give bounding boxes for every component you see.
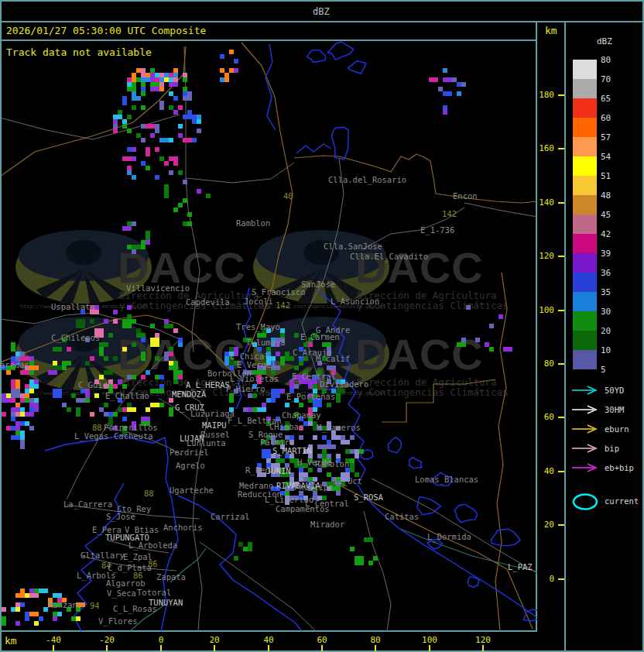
legend-title: dBZ bbox=[597, 37, 612, 46]
map-label-layer: Clla.del_RosarioEncon142E_1-736Ramblon40… bbox=[2, 40, 537, 631]
y-axis-tick-label: 60 bbox=[537, 413, 554, 421]
map-place-label: M_calif bbox=[316, 355, 350, 363]
map-place-label: 12_Oct bbox=[333, 477, 362, 486]
map-place-label: Ugarteche bbox=[170, 486, 214, 495]
frame-top bbox=[0, 0, 644, 2]
eburn-arrow-icon bbox=[570, 424, 600, 434]
map-place-label: L_Vegas bbox=[74, 432, 108, 441]
dbz-scale-swatch bbox=[573, 79, 597, 98]
dbz-scale-swatch bbox=[573, 118, 597, 137]
x-axis-tick-label: -20 bbox=[91, 636, 122, 644]
dbz-scale-value: 48 bbox=[601, 191, 611, 200]
dbz-scale-value: 51 bbox=[601, 172, 611, 180]
y-axis-tick-label: 120 bbox=[537, 252, 554, 260]
legend-sidebar: dBZ 807065605754514845423936353020105 50… bbox=[566, 0, 642, 652]
legend-marker-label: current bbox=[605, 497, 639, 506]
track-warning: Track data not available bbox=[6, 47, 152, 57]
dbz-scale-value: 39 bbox=[601, 249, 611, 258]
map-place-label: C_L_Rosas bbox=[113, 605, 157, 613]
map-place-label: Carrizal bbox=[211, 513, 250, 521]
map-place-label: P_Hierro bbox=[226, 385, 265, 393]
map-place-label: E_Carmen bbox=[300, 333, 340, 341]
x-axis-tick bbox=[375, 645, 376, 651]
dbz-scale-value: 54 bbox=[601, 153, 611, 161]
dbz-scale-swatch bbox=[573, 253, 597, 273]
map-place-label: E_Vergel bbox=[237, 361, 276, 369]
map-place-label: L_Dormida bbox=[427, 533, 471, 541]
map-place-label: L_Violetas bbox=[230, 375, 279, 383]
map-place-label: Medrano bbox=[239, 482, 273, 490]
x-axis-unit: km bbox=[5, 636, 17, 646]
x-axis-tick-label: 20 bbox=[199, 636, 230, 644]
y-axis-tick bbox=[558, 202, 564, 204]
legend-marker-label: 50YD bbox=[605, 386, 624, 395]
y-axis-tick bbox=[558, 256, 564, 257]
y-axis-unit: km bbox=[545, 26, 557, 36]
dbz-scale-swatch bbox=[573, 350, 597, 369]
legend-marker-label: eb+bip bbox=[605, 464, 634, 472]
map-route-number: 142 bbox=[442, 210, 457, 218]
dbz-scale-swatch bbox=[573, 214, 597, 234]
map-place-label: JUNIN bbox=[266, 467, 291, 475]
map-place-label: Gltallary bbox=[80, 551, 125, 560]
map-place-label: M_Caseros bbox=[317, 424, 361, 432]
map-place-label: Ramblon bbox=[315, 460, 349, 468]
map-place-label: Manzano bbox=[48, 601, 82, 609]
dbz-scale-swatch bbox=[573, 60, 597, 79]
map-place-label: Palmira bbox=[260, 438, 294, 447]
dbz-scale-swatch bbox=[573, 331, 597, 350]
map-place-label: Algarrob bbox=[106, 579, 146, 588]
map-place-label: Russel bbox=[200, 431, 230, 439]
datetime-label: 2026/01/27 05:30:00 UTC Composite bbox=[6, 26, 206, 36]
y-axis-tick-label: 100 bbox=[537, 306, 554, 314]
x-axis-tick bbox=[429, 645, 430, 651]
map-route-number: 142 bbox=[276, 301, 290, 310]
y-axis-tick-label: 180 bbox=[537, 91, 554, 99]
y-axis-tick bbox=[558, 94, 564, 96]
x-axis-tick bbox=[214, 645, 215, 651]
map-place-label: C_Chilenos bbox=[51, 334, 100, 342]
dbz-scale-swatch bbox=[573, 292, 597, 311]
y-axis-tick bbox=[558, 417, 564, 418]
x-axis-tick bbox=[321, 645, 323, 651]
dbz-scale-swatch bbox=[573, 195, 597, 214]
dbz-scale-value: 65 bbox=[601, 94, 611, 103]
map-place-label: Encon bbox=[453, 192, 478, 201]
map-place-label: V_Seca bbox=[107, 589, 136, 598]
radar-map: DACC Dirección de Agricultura y Continge… bbox=[2, 40, 537, 631]
map-place-label: Ramblon bbox=[236, 219, 270, 228]
map-place-label: MENDOZA bbox=[172, 390, 206, 399]
map-place-label: S_Jose bbox=[106, 513, 135, 521]
y-axis-tick-label: 160 bbox=[537, 144, 554, 153]
bip-arrow-icon bbox=[570, 444, 600, 453]
dbz-scale-value: 80 bbox=[601, 56, 611, 64]
x-axis-tick bbox=[160, 645, 162, 651]
map-place-label: Clla.SanJose bbox=[324, 242, 382, 251]
map-place-label: C_Guido bbox=[78, 381, 112, 389]
50YD-arrow-icon bbox=[570, 386, 600, 395]
map-place-label: Anchoris bbox=[163, 523, 203, 532]
map-place-label: Jocoli bbox=[244, 297, 273, 306]
dbz-scale-swatch bbox=[573, 176, 597, 195]
colorbar-title: dBZ bbox=[313, 7, 330, 16]
map-place-label: Totoral bbox=[137, 589, 171, 597]
map-route-number: 88 bbox=[144, 489, 154, 498]
y-axis-tick-label: 80 bbox=[537, 359, 554, 368]
radar-composite-viewer: dBZ 2026/01/27 05:30:00 UTC Composite km… bbox=[0, 0, 644, 652]
y-axis-tick bbox=[558, 578, 564, 580]
map-place-label: S_Francisco bbox=[252, 288, 306, 297]
map-place-label: E_1-736 bbox=[420, 226, 454, 235]
map-place-label: Phillips bbox=[294, 483, 334, 492]
map-place-label: Agrelo bbox=[176, 462, 205, 470]
y-axis-tick-label: 40 bbox=[537, 467, 554, 475]
map-place-label: Cacheuta bbox=[114, 432, 153, 441]
y-axis-tick-label: 140 bbox=[537, 198, 554, 207]
dbz-scale-value: 10 bbox=[601, 346, 611, 355]
dbz-scale-swatch bbox=[573, 98, 597, 118]
dbz-scale-swatch bbox=[573, 234, 597, 253]
map-place-label: Zapata bbox=[156, 573, 186, 582]
map-place-label: S_MARTIN bbox=[272, 447, 312, 455]
map-place-label: Potrerillos bbox=[104, 424, 158, 432]
y-axis-tick bbox=[558, 471, 564, 472]
x-axis-tick bbox=[268, 645, 269, 651]
